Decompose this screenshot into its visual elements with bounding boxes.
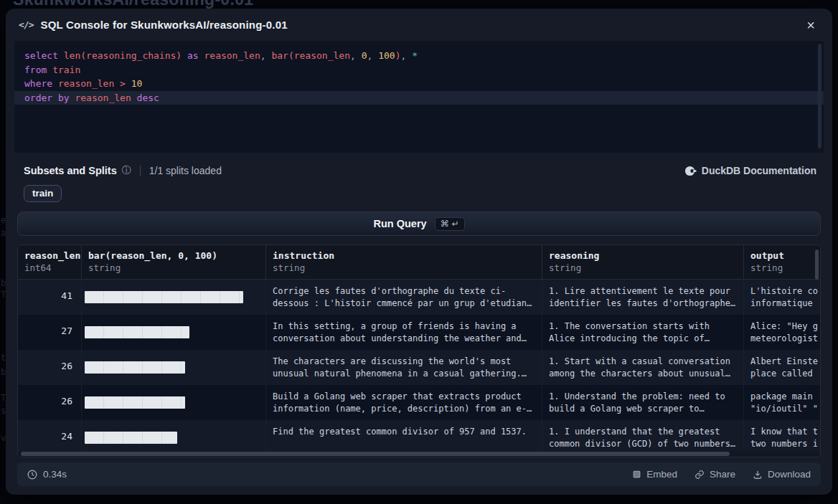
subsets-row: Subsets and Splits ⓘ 1/1 splits loaded D… [24,163,816,178]
instruction-cell: Build a Golang web scraper that extracts… [266,385,542,420]
reason-len-cell: 24 [18,420,82,455]
link-icon [695,470,705,480]
bar-chart [85,291,243,303]
cell-text-line: build a Golang web scraper to… [549,403,743,415]
editor-scrollbar[interactable] [818,44,821,148]
output-cell: package main "io/ioutil" " [744,385,821,420]
reason-len-cell: 26 [18,385,82,420]
horizontal-scrollbar-thumb[interactable] [21,452,730,456]
reasoning-cell: 1. I understand that the greatestcommon … [542,420,744,455]
cell-text-line: 1. Understand the problem: need to [549,391,743,403]
embed-icon [632,470,641,479]
cell-text-line: Find the greatest common divisor of 957 … [273,426,542,438]
column-header-output: outputstring [744,245,821,279]
column-type: string [549,262,743,273]
info-icon[interactable]: ⓘ [122,164,131,177]
modal-header: </> SQL Console for SkunkworksAI/reasoni… [6,9,832,41]
table-row: 26Build a Golang web scraper that extrac… [18,385,820,420]
sql-line: where reason_len > 10 [14,77,824,91]
column-header-instruction: instructionstring [266,245,542,279]
cell-text-line: information (name, price, description) f… [273,403,542,415]
cell-text-line: among the characters about unusual… [549,368,743,380]
sql-line: select len(reasoning_chains) as reason_l… [14,49,824,63]
bar-cell [82,280,266,315]
download-label: Download [768,469,811,480]
output-cell: I know that ttwo numbers i [744,420,821,455]
table-header-row: reason_lenint64bar(reason_len, 0, 100)st… [18,245,820,280]
cell-text-line: In this setting, a group of friends is h… [273,320,542,333]
cell-text-line: dessous : L'histoir cmmencé par un grup … [273,298,542,310]
reasoning-cell: 1. Start with a casual conversationamong… [542,350,744,385]
instruction-cell: Corrige les fautes d'orthographe du text… [266,280,542,315]
column-name: reasoning [549,250,743,261]
instruction-cell: In this setting, a group of friends is h… [266,315,542,350]
cell-text-line: package main [750,391,821,403]
cell-text-line: meteorologist [750,333,821,345]
column-type: string [750,262,821,273]
cell-text-line: I know that t [750,426,821,438]
column-name: output [750,250,821,261]
output-cell: Albert Einsteplace called [744,350,821,385]
reasoning-cell: 1. The conversation starts withAlice int… [542,315,744,350]
table-body: 41Corrige les fautes d'orthographe du te… [18,280,820,455]
cell-text-line: informatique [750,298,821,310]
duckdb-docs-link[interactable]: DuckDB Documentation [684,165,816,177]
split-chips: train [24,185,814,202]
result-status-bar: 0.34s Embed Share Download [17,462,821,486]
cell-text-line: 1. Lire attentivement le texte pour [549,285,743,298]
download-button[interactable]: Download [753,469,811,480]
bar-chart [85,326,189,338]
share-button[interactable]: Share [695,469,735,480]
divider [140,165,141,176]
instruction-cell: Find the greatest common divisor of 957 … [266,420,542,455]
vertical-scrollbar-thumb[interactable] [815,249,819,280]
cell-text-line: common divisor (GCD) of two numbers… [549,438,743,450]
cell-text-line: Albert Einste [750,356,821,368]
share-label: Share [710,469,735,480]
cell-text-line: The characters are discussing the world'… [273,356,542,368]
close-button[interactable]: × [802,16,819,34]
bar-chart [85,432,177,444]
cell-text-line: identifier les fautes d'orthographe… [549,298,743,310]
duckdb-logo-icon [684,165,697,177]
split-chip-train[interactable]: train [24,185,62,202]
reason-len-cell: 27 [18,315,82,350]
instruction-cell: The characters are discussing the world'… [266,350,542,385]
cell-text-line: Build a Golang web scraper that extracts… [273,391,542,403]
column-header-reasoning: reasoningstring [542,245,744,279]
output-cell: Alice: "Hey gmeteorologist [744,315,821,350]
footer-actions: Embed Share Download [632,469,811,480]
splits-loaded-status: 1/1 splits loaded [149,165,222,176]
modal-title: SQL Console for SkunkworksAI/reasoning-0… [40,19,287,31]
reasoning-cell: 1. Understand the problem: need tobuild … [542,385,744,420]
sql-console-modal: </> SQL Console for SkunkworksAI/reasoni… [6,9,832,495]
cell-text-line: 1. The conversation starts with [549,320,743,333]
duckdb-docs-label: DuckDB Documentation [702,165,816,176]
column-type: string [273,262,542,273]
cell-text-line: unusual natural phenomena in a casual ga… [273,368,542,380]
column-type: int64 [24,262,81,273]
cell-text-line: 1. Start with a casual conversation [549,356,743,368]
horizontal-scrollbar[interactable] [18,451,820,457]
cell-text-line: L'histoire co [750,285,821,298]
column-header-reason_len: reason_lenint64 [18,245,82,279]
reasoning-cell: 1. Lire attentivement le texte pourident… [542,280,744,315]
cell-text-line: Alice introducing the topic of… [549,333,743,345]
cell-text-line: Corrige les fautes d'orthographe du text… [273,285,542,298]
cell-text-line: place called [750,368,821,380]
table-row: 26The characters are discussing the worl… [18,350,820,385]
embed-button[interactable]: Embed [632,469,677,480]
download-icon [753,470,763,480]
column-name: reason_len [24,250,81,261]
column-header-barreason_len0100: bar(reason_len, 0, 100)string [82,245,266,279]
cell-text-line: 1. I understand that the greatest [549,426,743,438]
clock-icon [27,470,37,480]
bar-chart [85,396,185,409]
reason-len-cell: 41 [18,280,82,315]
sql-code: select len(reasoning_chains) as reason_l… [14,49,824,105]
table-row: 27In this setting, a group of friends is… [18,315,820,350]
bar-cell [82,420,266,455]
sql-editor[interactable]: select len(reasoning_chains) as reason_l… [14,41,824,153]
reason-len-cell: 26 [18,350,82,385]
run-query-button[interactable]: Run Query ⌘ ↵ [17,211,821,236]
